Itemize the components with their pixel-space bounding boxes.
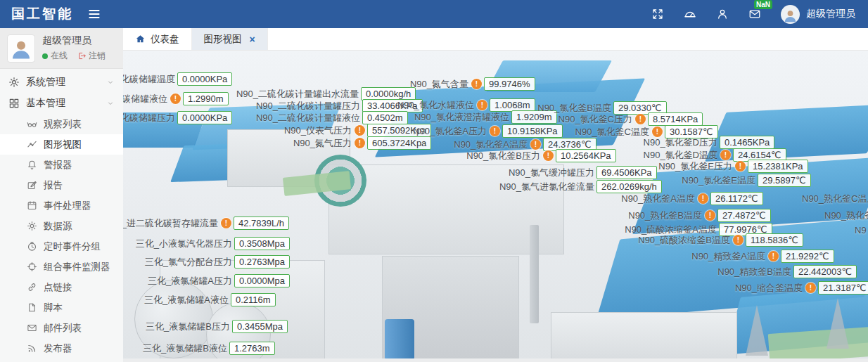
tag-value[interactable]: 27.4872℃ bbox=[717, 209, 771, 222]
sidebar-item-timed-event-group[interactable]: 定时事件分组 bbox=[0, 236, 123, 257]
tag-label: 三化_液氯储罐B压力 bbox=[146, 321, 230, 333]
sidebar-user-name: 超级管理员 bbox=[42, 34, 106, 47]
sidebar-item-alarms[interactable]: 警报器 bbox=[0, 155, 123, 175]
tag-value[interactable]: 0.3455Mpa bbox=[232, 320, 288, 333]
sidebar-item-label: 脚本 bbox=[44, 302, 63, 314]
tag-value[interactable]: 605.3724Kpa bbox=[367, 136, 431, 150]
envelope-icon bbox=[27, 323, 37, 333]
tag-value[interactable]: 0.2116m bbox=[231, 293, 276, 306]
tag-value[interactable]: 69.4506KPa bbox=[596, 166, 657, 179]
tab-graph-view[interactable]: 图形视图 × bbox=[192, 28, 268, 50]
sidebar-menu: 系统管理基本管理观察列表图形视图警报器报告事件处理器数据源定时事件分组组合事件监… bbox=[0, 69, 123, 358]
sidebar-item-script[interactable]: 脚本 bbox=[0, 297, 123, 318]
sidebar-item-mail-list[interactable]: 邮件列表 bbox=[0, 318, 123, 338]
tag-label: N90_二硫化碳计量罐压力 bbox=[256, 100, 360, 112]
user-icon[interactable] bbox=[716, 8, 729, 20]
warning-icon: ! bbox=[170, 93, 181, 104]
sidebar-item-label: 观察列表 bbox=[44, 118, 82, 131]
tab-label: 仪表盘 bbox=[151, 33, 179, 46]
tag-value[interactable]: 0.4502m bbox=[362, 111, 408, 124]
warning-icon: ! bbox=[355, 138, 365, 148]
chart-line-icon bbox=[27, 139, 37, 150]
logout-label: 注销 bbox=[89, 50, 106, 62]
sidebar-item-reports[interactable]: 报告 bbox=[0, 175, 123, 195]
app-brand: 国工智能 bbox=[11, 5, 73, 23]
sidebar-item-label: 报告 bbox=[44, 179, 63, 192]
data-point-tag: N90_硫酸浓缩釜B温度!118.5836℃ bbox=[746, 233, 803, 247]
tag-label: N90_氯化釜E压力 bbox=[658, 160, 732, 173]
tag-value[interactable]: 22.442003℃ bbox=[793, 265, 857, 278]
tab-dashboard[interactable]: 仪表盘 bbox=[123, 28, 192, 50]
tag-label: N90_氯化釜A压力 bbox=[413, 125, 487, 138]
tag-value[interactable]: 21.9292℃ bbox=[781, 250, 834, 263]
sidebar-item-system-management[interactable]: 系统管理 bbox=[0, 72, 123, 93]
user-menu[interactable]: 超级管理员 bbox=[781, 5, 855, 24]
data-point-tag: 三化_小液氯汽化器压力0.3508Mpa bbox=[234, 237, 290, 250]
calendar-icon bbox=[27, 200, 37, 211]
warning-icon: ! bbox=[735, 161, 746, 172]
tag-value[interactable]: 0.2763Mpa bbox=[234, 255, 290, 269]
sidebar-item-label: 邮件列表 bbox=[44, 322, 82, 335]
tag-value[interactable]: 26.1172℃ bbox=[710, 192, 763, 205]
tag-label: N90_氯化釜C温度 bbox=[575, 126, 649, 138]
data-point-tag: N90_进二硫化碳暂存罐流量!42.7839L/h bbox=[234, 216, 289, 230]
data-point-tag: N90_精致釜B温度22.442003℃ bbox=[793, 265, 857, 278]
sidebar-item-composite-event-monitor[interactable]: 组合事件监测器 bbox=[0, 257, 123, 277]
sidebar-item-point-link[interactable]: 点链接 bbox=[0, 277, 123, 297]
tag-label: 三化_氯气分配台压力 bbox=[145, 256, 232, 269]
horizontal-scrollbar[interactable] bbox=[123, 358, 868, 362]
sidebar-item-label: 发布器 bbox=[44, 342, 72, 355]
sidebar-item-watch-list[interactable]: 观察列表 bbox=[0, 114, 123, 134]
tag-value[interactable]: 0.0000KPa bbox=[177, 111, 232, 124]
glasses-icon bbox=[27, 119, 37, 129]
tag-value[interactable]: 1.2763m bbox=[229, 342, 275, 355]
tag-value[interactable]: 10.2564KPa bbox=[556, 149, 616, 162]
tag-value[interactable]: 21.3187℃ bbox=[818, 281, 868, 295]
sidebar-item-event-processor[interactable]: 事件处理器 bbox=[0, 195, 123, 216]
tag-label: N90_氮气含量 bbox=[410, 78, 468, 91]
dashboard-gauge-icon[interactable] bbox=[684, 8, 696, 20]
tag-label: 三化_小液氯汽化器压力 bbox=[136, 238, 232, 250]
menu-toggle-icon[interactable] bbox=[87, 7, 101, 21]
data-point-tag: N90_氮气含量!99.9746% bbox=[484, 77, 535, 91]
mail-button[interactable]: NaN bbox=[748, 8, 761, 20]
tag-value[interactable]: 0.0000KPa bbox=[177, 72, 232, 86]
warning-icon: ! bbox=[477, 100, 487, 110]
sidebar-item-label: 事件处理器 bbox=[44, 200, 91, 212]
tag-value[interactable]: 42.7839L/h bbox=[234, 216, 289, 230]
tag-value[interactable]: 8.5714KPa bbox=[648, 112, 703, 126]
sidebar-item-graph-view[interactable]: 图形视图 bbox=[0, 134, 123, 155]
sidebar-item-data-source[interactable]: 数据源 bbox=[0, 216, 123, 236]
crosshair-icon bbox=[27, 261, 37, 272]
tag-label: 化碳储罐温度 bbox=[123, 73, 175, 86]
tag-value[interactable]: 15.2381KPa bbox=[748, 160, 808, 173]
tag-label: N90_熟化釜 bbox=[824, 209, 868, 222]
logout-button[interactable]: 注销 bbox=[77, 50, 106, 62]
data-point-tag: N90_氯化釜D压力0.1465KPa bbox=[720, 136, 774, 149]
tag-value[interactable]: 1.2990m bbox=[183, 92, 229, 105]
data-point-tag: 三化_氯气分配台压力0.2763Mpa bbox=[234, 255, 290, 269]
tag-value[interactable]: 10.9158KPa bbox=[502, 124, 563, 138]
tag-value[interactable]: 0.1465KPa bbox=[720, 136, 774, 149]
sidebar-item-basic-management[interactable]: 基本管理 bbox=[0, 93, 123, 114]
fullscreen-icon[interactable] bbox=[651, 8, 664, 20]
tag-value[interactable]: 0.0000Mpa bbox=[234, 274, 290, 287]
warning-icon: ! bbox=[490, 126, 500, 136]
tag-value[interactable]: 118.5836℃ bbox=[746, 233, 803, 247]
app-window: 国工智能 NaN 超级管理员 超级管理员 在线 bbox=[0, 0, 868, 362]
username: 超级管理员 bbox=[806, 8, 855, 20]
graphic-view-canvas[interactable]: 化碳储罐温度0.0000KPa化碳储罐液位!1.2990m化碳储罐压力0.000… bbox=[123, 51, 868, 362]
tag-label: N90_缩合釜温度 bbox=[735, 282, 803, 295]
close-icon[interactable]: × bbox=[250, 34, 255, 44]
sidebar-item-label: 定时事件分组 bbox=[44, 240, 101, 253]
tag-value[interactable]: 0.3508Mpa bbox=[234, 237, 290, 250]
sidebar-item-publisher[interactable]: 发布器 bbox=[0, 338, 123, 358]
tag-value[interactable]: 262.0269kg/h bbox=[596, 180, 662, 193]
data-point-tag: N90_氯化釜A压力!10.9158KPa bbox=[502, 124, 563, 138]
tag-value[interactable]: 99.9746% bbox=[484, 77, 535, 91]
sidebar-item-label: 组合事件监测器 bbox=[44, 261, 110, 273]
tag-value[interactable]: 29.5897℃ bbox=[758, 174, 811, 187]
data-point-tag: 三化_液氯储罐A液位0.2116m bbox=[231, 293, 276, 306]
warning-icon: ! bbox=[471, 79, 482, 89]
bell-icon bbox=[27, 160, 37, 170]
